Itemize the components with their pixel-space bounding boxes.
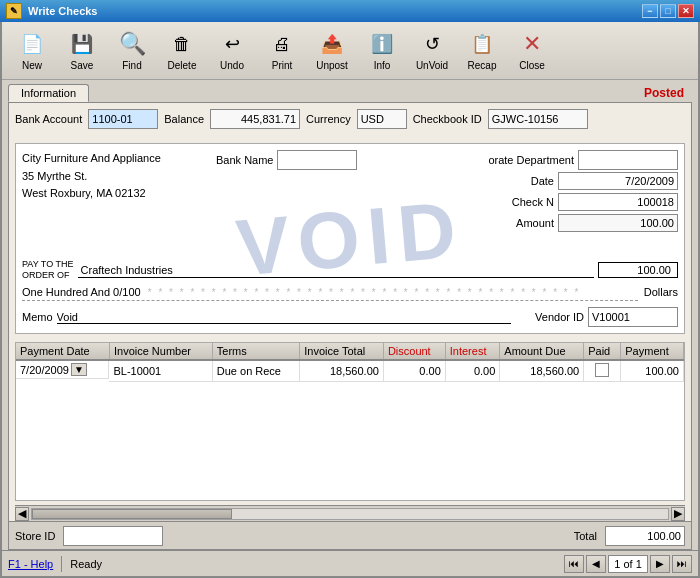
find-button[interactable]: 🔍 Find <box>108 27 156 75</box>
nav-controls: ⏮ ◀ ▶ ⏭ <box>564 555 692 573</box>
app-icon: ✎ <box>6 3 22 19</box>
corp-dept-input[interactable] <box>578 150 678 170</box>
total-input <box>605 526 685 546</box>
tab-information-label: Information <box>21 87 76 99</box>
status-text: Ready <box>70 558 102 570</box>
total-label: Total <box>574 530 597 542</box>
bottom-bar: Store ID Total <box>9 521 691 549</box>
check-no-input[interactable] <box>558 193 678 211</box>
new-button[interactable]: 📄 New <box>8 27 56 75</box>
nav-prev-btn[interactable]: ◀ <box>586 555 606 573</box>
window-controls: − □ ✕ <box>642 4 694 18</box>
unpost-label: Unpost <box>316 60 348 71</box>
payto-label: PAY TO THEORDER OF <box>22 259 74 282</box>
recap-icon: 📋 <box>468 30 496 58</box>
date-label: Date <box>531 175 554 187</box>
find-label: Find <box>122 60 141 71</box>
maximize-button[interactable]: □ <box>660 4 676 18</box>
hscroll-left-btn[interactable]: ◀ <box>15 507 29 521</box>
balance-label: Balance <box>164 113 204 125</box>
minimize-button[interactable]: − <box>642 4 658 18</box>
bank-name-label: Bank Name <box>216 154 273 166</box>
col-payment-date: Payment Date <box>16 343 109 360</box>
close-toolbar-button[interactable]: ✕ Close <box>508 27 556 75</box>
hscrollbar: ◀ ▶ <box>15 505 685 521</box>
save-icon: 💾 <box>68 30 96 58</box>
bank-account-input[interactable] <box>88 109 158 129</box>
dollars-label: Dollars <box>644 286 678 298</box>
nav-page-input[interactable] <box>608 555 648 573</box>
delete-icon: 🗑 <box>168 30 196 58</box>
nav-next-btn[interactable]: ▶ <box>650 555 670 573</box>
hscroll-track <box>31 508 669 520</box>
col-amount-due: Amount Due <box>500 343 584 360</box>
save-button[interactable]: 💾 Save <box>58 27 106 75</box>
check-amount-box: 100.00 <box>598 262 678 278</box>
unpost-icon: 📤 <box>318 30 346 58</box>
payto-row: PAY TO THEORDER OF 100.00 <box>22 259 678 282</box>
posted-badge: Posted <box>644 86 692 102</box>
recap-label: Recap <box>468 60 497 71</box>
status-separator <box>61 556 62 572</box>
unvoid-label: UnVoid <box>416 60 448 71</box>
unvoid-icon: ↺ <box>418 30 446 58</box>
date-field-row: Date <box>512 172 678 190</box>
payto-input[interactable] <box>78 263 594 278</box>
memo-label: Memo <box>22 311 53 323</box>
hscroll-right-btn[interactable]: ▶ <box>671 507 685 521</box>
status-bar: F1 - Help Ready ⏮ ◀ ▶ ⏭ <box>2 550 698 576</box>
date-dropdown-btn[interactable]: ▼ <box>71 363 87 376</box>
col-paid: Paid <box>584 343 621 360</box>
store-id-input[interactable] <box>63 526 163 546</box>
col-invoice-total: Invoice Total <box>300 343 384 360</box>
date-input[interactable] <box>558 172 678 190</box>
close-toolbar-icon: ✕ <box>518 30 546 58</box>
col-payment: Payment <box>621 343 684 360</box>
col-interest: Interest <box>445 343 500 360</box>
nav-first-btn[interactable]: ⏮ <box>564 555 584 573</box>
invoice-table: Payment Date Invoice Number Terms Invoic… <box>16 343 684 382</box>
help-link[interactable]: F1 - Help <box>8 558 53 570</box>
toolbar: 📄 New 💾 Save 🔍 Find 🗑 Delete ↩ Undo 🖨 Pr… <box>2 22 698 80</box>
print-button[interactable]: 🖨 Print <box>258 27 306 75</box>
bank-name-input[interactable] <box>277 150 357 170</box>
amount-input[interactable] <box>558 214 678 232</box>
delete-label: Delete <box>168 60 197 71</box>
vendor-id-input[interactable] <box>588 307 678 327</box>
cell-terms: Due on Rece <box>212 360 300 382</box>
main-window: 📄 New 💾 Save 🔍 Find 🗑 Delete ↩ Undo 🖨 Pr… <box>0 22 700 578</box>
nav-last-btn[interactable]: ⏭ <box>672 555 692 573</box>
currency-label: Currency <box>306 113 351 125</box>
currency-input <box>357 109 407 129</box>
hscroll-thumb[interactable] <box>32 509 232 519</box>
store-id-label: Store ID <box>15 530 55 542</box>
delete-button[interactable]: 🗑 Delete <box>158 27 206 75</box>
tab-information[interactable]: Information <box>8 84 89 102</box>
cell-invoice-number: BL-10001 <box>109 360 212 382</box>
undo-button[interactable]: ↩ Undo <box>208 27 256 75</box>
info-label: Info <box>374 60 391 71</box>
info-button[interactable]: ℹ️ Info <box>358 27 406 75</box>
vendor-id-label: Vendor ID <box>535 311 584 323</box>
recap-button[interactable]: 📋 Recap <box>458 27 506 75</box>
close-toolbar-label: Close <box>519 60 545 71</box>
col-invoice-number: Invoice Number <box>109 343 212 360</box>
new-label: New <box>22 60 42 71</box>
unvoid-button[interactable]: ↺ UnVoid <box>408 27 456 75</box>
bank-account-row: Bank Account Balance Currency Checkbook … <box>15 109 685 129</box>
memo-input[interactable] <box>57 311 512 324</box>
cell-discount: 0.00 <box>383 360 445 382</box>
cell-paid <box>584 360 621 382</box>
invoice-table-container: Payment Date Invoice Number Terms Invoic… <box>15 342 685 501</box>
check-form: Bank Account Balance Currency Checkbook … <box>9 103 691 139</box>
checkbook-id-label: Checkbook ID <box>413 113 482 125</box>
paid-checkbox[interactable] <box>595 363 609 377</box>
check-paper: VOID City Furniture And Appliance 35 Myr… <box>15 143 685 334</box>
save-label: Save <box>71 60 94 71</box>
window-close-button[interactable]: ✕ <box>678 4 694 18</box>
table-row: 7/20/2009 ▼ BL-10001 Due on Rece 18,560.… <box>16 360 684 382</box>
title-bar: ✎ Write Checks − □ ✕ <box>0 0 700 22</box>
bank-account-label: Bank Account <box>15 113 82 125</box>
unpost-button[interactable]: 📤 Unpost <box>308 27 356 75</box>
cell-payment: 100.00 <box>621 360 684 382</box>
